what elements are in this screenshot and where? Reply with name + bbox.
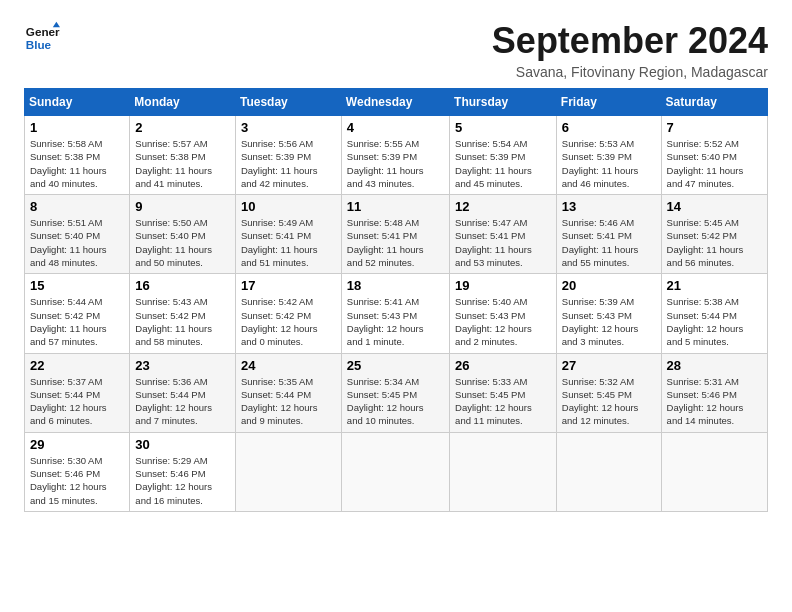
calendar-week-4: 22Sunrise: 5:37 AM Sunset: 5:44 PM Dayli… [25, 353, 768, 432]
day-info: Sunrise: 5:42 AM Sunset: 5:42 PM Dayligh… [241, 295, 336, 348]
day-info: Sunrise: 5:56 AM Sunset: 5:39 PM Dayligh… [241, 137, 336, 190]
day-number: 17 [241, 278, 336, 293]
day-info: Sunrise: 5:29 AM Sunset: 5:46 PM Dayligh… [135, 454, 230, 507]
day-number: 6 [562, 120, 656, 135]
calendar-cell: 1Sunrise: 5:58 AM Sunset: 5:38 PM Daylig… [25, 116, 130, 195]
day-number: 28 [667, 358, 762, 373]
calendar-cell: 14Sunrise: 5:45 AM Sunset: 5:42 PM Dayli… [661, 195, 767, 274]
day-info: Sunrise: 5:53 AM Sunset: 5:39 PM Dayligh… [562, 137, 656, 190]
calendar-cell: 3Sunrise: 5:56 AM Sunset: 5:39 PM Daylig… [235, 116, 341, 195]
day-info: Sunrise: 5:35 AM Sunset: 5:44 PM Dayligh… [241, 375, 336, 428]
day-info: Sunrise: 5:43 AM Sunset: 5:42 PM Dayligh… [135, 295, 230, 348]
calendar-cell [556, 432, 661, 511]
day-header-tuesday: Tuesday [235, 89, 341, 116]
day-number: 11 [347, 199, 444, 214]
calendar-cell [341, 432, 449, 511]
day-info: Sunrise: 5:32 AM Sunset: 5:45 PM Dayligh… [562, 375, 656, 428]
day-info: Sunrise: 5:57 AM Sunset: 5:38 PM Dayligh… [135, 137, 230, 190]
day-number: 30 [135, 437, 230, 452]
header: General Blue September 2024 Savana, Fito… [24, 20, 768, 80]
calendar-cell: 15Sunrise: 5:44 AM Sunset: 5:42 PM Dayli… [25, 274, 130, 353]
calendar-subtitle: Savana, Fitovinany Region, Madagascar [492, 64, 768, 80]
day-info: Sunrise: 5:46 AM Sunset: 5:41 PM Dayligh… [562, 216, 656, 269]
svg-text:Blue: Blue [26, 38, 52, 51]
day-info: Sunrise: 5:50 AM Sunset: 5:40 PM Dayligh… [135, 216, 230, 269]
calendar-cell [450, 432, 557, 511]
logo-icon: General Blue [24, 20, 60, 56]
calendar-cell [235, 432, 341, 511]
day-number: 12 [455, 199, 551, 214]
day-info: Sunrise: 5:49 AM Sunset: 5:41 PM Dayligh… [241, 216, 336, 269]
calendar-cell: 29Sunrise: 5:30 AM Sunset: 5:46 PM Dayli… [25, 432, 130, 511]
day-number: 1 [30, 120, 124, 135]
day-header-wednesday: Wednesday [341, 89, 449, 116]
title-section: September 2024 Savana, Fitovinany Region… [492, 20, 768, 80]
calendar-cell: 28Sunrise: 5:31 AM Sunset: 5:46 PM Dayli… [661, 353, 767, 432]
day-number: 20 [562, 278, 656, 293]
day-header-saturday: Saturday [661, 89, 767, 116]
day-number: 15 [30, 278, 124, 293]
calendar-cell: 23Sunrise: 5:36 AM Sunset: 5:44 PM Dayli… [130, 353, 236, 432]
calendar-cell: 7Sunrise: 5:52 AM Sunset: 5:40 PM Daylig… [661, 116, 767, 195]
day-info: Sunrise: 5:45 AM Sunset: 5:42 PM Dayligh… [667, 216, 762, 269]
calendar-cell: 5Sunrise: 5:54 AM Sunset: 5:39 PM Daylig… [450, 116, 557, 195]
day-number: 23 [135, 358, 230, 373]
day-info: Sunrise: 5:55 AM Sunset: 5:39 PM Dayligh… [347, 137, 444, 190]
day-number: 21 [667, 278, 762, 293]
calendar-cell: 20Sunrise: 5:39 AM Sunset: 5:43 PM Dayli… [556, 274, 661, 353]
calendar-table: SundayMondayTuesdayWednesdayThursdayFrid… [24, 88, 768, 512]
calendar-cell: 16Sunrise: 5:43 AM Sunset: 5:42 PM Dayli… [130, 274, 236, 353]
calendar-cell: 24Sunrise: 5:35 AM Sunset: 5:44 PM Dayli… [235, 353, 341, 432]
day-info: Sunrise: 5:58 AM Sunset: 5:38 PM Dayligh… [30, 137, 124, 190]
calendar-cell: 12Sunrise: 5:47 AM Sunset: 5:41 PM Dayli… [450, 195, 557, 274]
day-number: 19 [455, 278, 551, 293]
day-number: 26 [455, 358, 551, 373]
calendar-cell: 22Sunrise: 5:37 AM Sunset: 5:44 PM Dayli… [25, 353, 130, 432]
calendar-body: 1Sunrise: 5:58 AM Sunset: 5:38 PM Daylig… [25, 116, 768, 512]
calendar-cell [661, 432, 767, 511]
day-header-friday: Friday [556, 89, 661, 116]
calendar-week-3: 15Sunrise: 5:44 AM Sunset: 5:42 PM Dayli… [25, 274, 768, 353]
day-number: 29 [30, 437, 124, 452]
calendar-cell: 13Sunrise: 5:46 AM Sunset: 5:41 PM Dayli… [556, 195, 661, 274]
day-number: 4 [347, 120, 444, 135]
day-number: 18 [347, 278, 444, 293]
calendar-cell: 11Sunrise: 5:48 AM Sunset: 5:41 PM Dayli… [341, 195, 449, 274]
day-info: Sunrise: 5:48 AM Sunset: 5:41 PM Dayligh… [347, 216, 444, 269]
day-info: Sunrise: 5:34 AM Sunset: 5:45 PM Dayligh… [347, 375, 444, 428]
day-info: Sunrise: 5:52 AM Sunset: 5:40 PM Dayligh… [667, 137, 762, 190]
calendar-week-5: 29Sunrise: 5:30 AM Sunset: 5:46 PM Dayli… [25, 432, 768, 511]
calendar-cell: 18Sunrise: 5:41 AM Sunset: 5:43 PM Dayli… [341, 274, 449, 353]
calendar-cell: 17Sunrise: 5:42 AM Sunset: 5:42 PM Dayli… [235, 274, 341, 353]
day-number: 2 [135, 120, 230, 135]
day-info: Sunrise: 5:54 AM Sunset: 5:39 PM Dayligh… [455, 137, 551, 190]
day-number: 3 [241, 120, 336, 135]
day-header-sunday: Sunday [25, 89, 130, 116]
day-info: Sunrise: 5:40 AM Sunset: 5:43 PM Dayligh… [455, 295, 551, 348]
calendar-cell: 26Sunrise: 5:33 AM Sunset: 5:45 PM Dayli… [450, 353, 557, 432]
calendar-cell: 2Sunrise: 5:57 AM Sunset: 5:38 PM Daylig… [130, 116, 236, 195]
calendar-cell: 6Sunrise: 5:53 AM Sunset: 5:39 PM Daylig… [556, 116, 661, 195]
day-info: Sunrise: 5:36 AM Sunset: 5:44 PM Dayligh… [135, 375, 230, 428]
day-info: Sunrise: 5:31 AM Sunset: 5:46 PM Dayligh… [667, 375, 762, 428]
logo: General Blue [24, 20, 60, 56]
day-header-monday: Monday [130, 89, 236, 116]
day-info: Sunrise: 5:44 AM Sunset: 5:42 PM Dayligh… [30, 295, 124, 348]
calendar-cell: 27Sunrise: 5:32 AM Sunset: 5:45 PM Dayli… [556, 353, 661, 432]
day-number: 10 [241, 199, 336, 214]
day-header-thursday: Thursday [450, 89, 557, 116]
day-number: 7 [667, 120, 762, 135]
calendar-cell: 4Sunrise: 5:55 AM Sunset: 5:39 PM Daylig… [341, 116, 449, 195]
day-info: Sunrise: 5:38 AM Sunset: 5:44 PM Dayligh… [667, 295, 762, 348]
calendar-cell: 21Sunrise: 5:38 AM Sunset: 5:44 PM Dayli… [661, 274, 767, 353]
day-info: Sunrise: 5:41 AM Sunset: 5:43 PM Dayligh… [347, 295, 444, 348]
day-info: Sunrise: 5:37 AM Sunset: 5:44 PM Dayligh… [30, 375, 124, 428]
day-number: 14 [667, 199, 762, 214]
calendar-week-1: 1Sunrise: 5:58 AM Sunset: 5:38 PM Daylig… [25, 116, 768, 195]
day-number: 22 [30, 358, 124, 373]
day-info: Sunrise: 5:51 AM Sunset: 5:40 PM Dayligh… [30, 216, 124, 269]
day-number: 5 [455, 120, 551, 135]
calendar-title: September 2024 [492, 20, 768, 62]
day-number: 16 [135, 278, 230, 293]
calendar-cell: 25Sunrise: 5:34 AM Sunset: 5:45 PM Dayli… [341, 353, 449, 432]
